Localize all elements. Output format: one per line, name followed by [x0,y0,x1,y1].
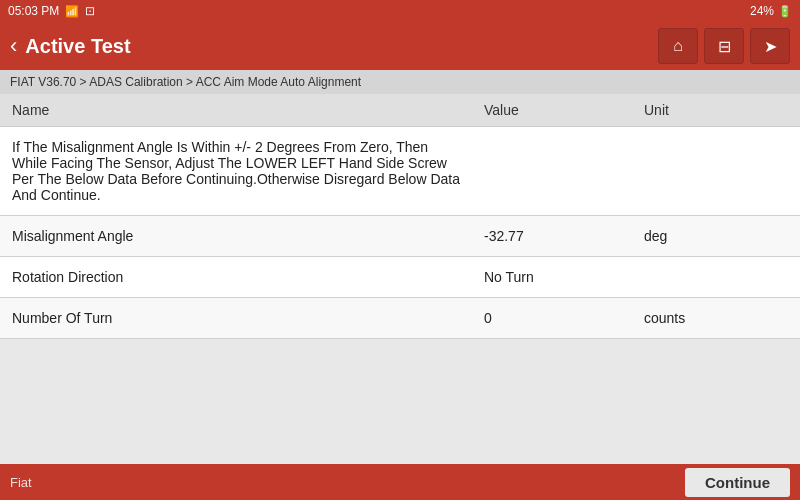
col-header-value: Value [472,94,632,127]
battery-percent: 24% [750,4,774,18]
header-right: ⌂ ⊟ ➤ [658,28,790,64]
col-header-unit: Unit [632,94,800,127]
footer-brand: Fiat [10,475,32,490]
table-row: Rotation DirectionNo Turn [0,257,800,298]
cell-name-2: Rotation Direction [0,257,472,298]
status-bar: 05:03 PM 📶 ⊡ 24% 🔋 [0,0,800,22]
cell-unit-1: deg [632,216,800,257]
back-button[interactable]: ‹ [10,33,17,59]
signal-icon: ⊡ [85,4,95,18]
back-icon: ‹ [10,33,17,59]
cell-name-3: Number Of Turn [0,298,472,339]
wifi-icon: 📶 [65,5,79,18]
cell-unit-3: counts [632,298,800,339]
cell-value-1: -32.77 [472,216,632,257]
time-display: 05:03 PM [8,4,59,18]
table-row: Misalignment Angle-32.77deg [0,216,800,257]
table-row: Number Of Turn0counts [0,298,800,339]
table-row: If The Misalignment Angle Is Within +/- … [0,127,800,216]
menu-button[interactable]: ⊟ [704,28,744,64]
status-right: 24% 🔋 [750,4,792,18]
cell-name-1: Misalignment Angle [0,216,472,257]
breadcrumb: FIAT V36.70 > ADAS Calibration > ACC Aim… [0,70,800,94]
footer: Fiat Continue [0,464,800,500]
header-title: Active Test [25,35,130,58]
table-container: Name Value Unit If The Misalignment Angl… [0,94,800,339]
continue-button[interactable]: Continue [685,468,790,497]
data-table: Name Value Unit If The Misalignment Angl… [0,94,800,339]
table-body: If The Misalignment Angle Is Within +/- … [0,127,800,339]
cell-unit-2 [632,257,800,298]
forward-icon: ➤ [764,37,777,56]
cell-value-3: 0 [472,298,632,339]
col-header-name: Name [0,94,472,127]
status-left: 05:03 PM 📶 ⊡ [8,4,95,18]
cell-unit-0 [632,127,800,216]
header-left: ‹ Active Test [10,33,131,59]
battery-icon: 🔋 [778,5,792,18]
cell-value-2: No Turn [472,257,632,298]
home-icon: ⌂ [673,37,683,55]
table-header-row: Name Value Unit [0,94,800,127]
menu-icon: ⊟ [718,37,731,56]
header: ‹ Active Test ⌂ ⊟ ➤ [0,22,800,70]
forward-button[interactable]: ➤ [750,28,790,64]
cell-value-0 [472,127,632,216]
cell-name-0: If The Misalignment Angle Is Within +/- … [0,127,472,216]
home-button[interactable]: ⌂ [658,28,698,64]
breadcrumb-text: FIAT V36.70 > ADAS Calibration > ACC Aim… [10,75,361,89]
